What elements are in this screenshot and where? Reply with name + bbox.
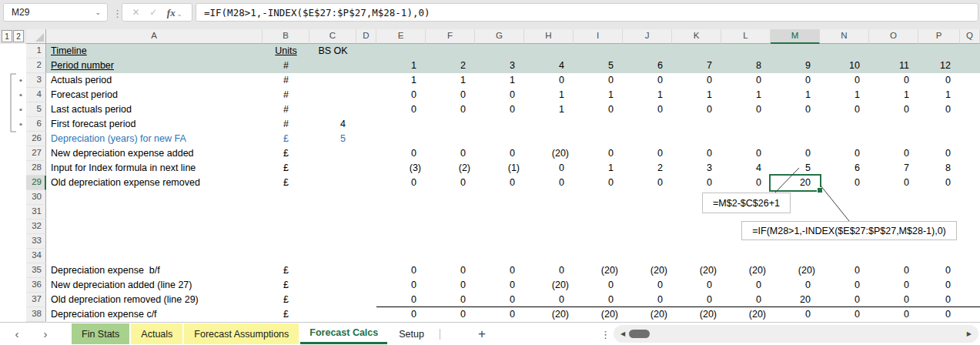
cell-B37[interactable]: £ bbox=[263, 293, 309, 307]
row-header-29[interactable]: 29 bbox=[26, 176, 46, 190]
cell-K35[interactable]: (20) bbox=[672, 263, 721, 278]
cell-M3[interactable]: 0 bbox=[771, 73, 820, 88]
cell-N30[interactable] bbox=[820, 190, 869, 205]
cell-O2[interactable]: 11 bbox=[869, 59, 918, 73]
cell-D3[interactable] bbox=[356, 73, 376, 88]
cell-O31[interactable] bbox=[869, 205, 918, 219]
cell-B33[interactable] bbox=[263, 234, 309, 249]
select-all-button[interactable] bbox=[26, 29, 46, 44]
cell-O35[interactable]: 0 bbox=[869, 263, 918, 278]
cell-G32[interactable] bbox=[475, 219, 524, 234]
cell-C4[interactable] bbox=[309, 88, 356, 102]
cell-F38[interactable]: 0 bbox=[426, 307, 475, 322]
cell-B26[interactable]: £ bbox=[263, 132, 309, 146]
formula-callout-1[interactable]: =M$2-$C$26+1 bbox=[702, 193, 791, 213]
cell-D4[interactable] bbox=[356, 88, 376, 102]
scroll-right-icon[interactable]: ▶ bbox=[967, 330, 972, 337]
cell-H35[interactable]: 0 bbox=[524, 263, 574, 278]
sheet-tab-actuals[interactable]: Actuals bbox=[131, 323, 182, 344]
cell-F36[interactable]: 0 bbox=[426, 278, 475, 293]
cell-I31[interactable] bbox=[574, 205, 623, 219]
cell-J1[interactable] bbox=[623, 44, 672, 59]
cell-M5[interactable]: 0 bbox=[771, 102, 820, 117]
cell-C27[interactable] bbox=[309, 146, 356, 161]
cell-A5[interactable]: Last actuals period bbox=[46, 102, 263, 117]
cell-N3[interactable]: 0 bbox=[820, 73, 869, 88]
cell-E6[interactable] bbox=[376, 117, 426, 132]
cell-Q35[interactable] bbox=[960, 263, 980, 278]
cell-J3[interactable]: 0 bbox=[623, 73, 672, 88]
formula-callout-2[interactable]: =IF(M28>1,-INDEX($E$27:$P$27,M$28-1),0) bbox=[741, 221, 957, 240]
cell-H27[interactable]: (20) bbox=[524, 146, 574, 161]
row-header-1[interactable]: 1 bbox=[26, 44, 46, 59]
cell-A2[interactable]: Period number bbox=[46, 59, 263, 73]
cell-F5[interactable]: 0 bbox=[426, 102, 475, 117]
cell-A29[interactable]: Old depreciation expense removed bbox=[46, 176, 263, 190]
column-header-J[interactable]: J bbox=[623, 29, 672, 44]
cell-K4[interactable]: 1 bbox=[672, 88, 721, 102]
cell-I28[interactable]: 1 bbox=[574, 161, 623, 176]
cell-G29[interactable]: 0 bbox=[475, 176, 524, 190]
sheet-tab-setup[interactable]: Setup bbox=[389, 323, 434, 344]
cell-Q4[interactable] bbox=[960, 88, 980, 102]
outline-level-2-button[interactable]: 2 bbox=[13, 30, 24, 42]
row-header-36[interactable]: 36 bbox=[26, 278, 46, 293]
cell-F34[interactable] bbox=[426, 249, 475, 263]
cell-B35[interactable]: £ bbox=[263, 263, 309, 278]
outline-level-1-button[interactable]: 1 bbox=[2, 30, 12, 42]
cell-O4[interactable]: 1 bbox=[869, 88, 918, 102]
cell-K37[interactable]: 0 bbox=[672, 293, 721, 307]
cell-O28[interactable]: 7 bbox=[869, 161, 918, 176]
cell-K33[interactable] bbox=[672, 234, 721, 249]
cell-J34[interactable] bbox=[623, 249, 672, 263]
cell-J29[interactable]: 0 bbox=[623, 176, 672, 190]
cell-G30[interactable] bbox=[475, 190, 524, 205]
cell-J28[interactable]: 2 bbox=[623, 161, 672, 176]
cell-K28[interactable]: 3 bbox=[672, 161, 721, 176]
cell-E26[interactable] bbox=[376, 132, 426, 146]
cell-M34[interactable] bbox=[771, 249, 820, 263]
cell-G37[interactable]: 0 bbox=[475, 293, 524, 307]
cell-I26[interactable] bbox=[574, 132, 623, 146]
cell-N4[interactable]: 1 bbox=[820, 88, 869, 102]
cell-L35[interactable]: (20) bbox=[721, 263, 771, 278]
cell-F30[interactable] bbox=[426, 190, 475, 205]
cell-J6[interactable] bbox=[623, 117, 672, 132]
column-header-B[interactable]: B bbox=[263, 29, 309, 44]
cell-Q28[interactable] bbox=[960, 161, 980, 176]
cell-D36[interactable] bbox=[356, 278, 376, 293]
cell-M4[interactable]: 1 bbox=[771, 88, 820, 102]
cell-B38[interactable]: £ bbox=[263, 307, 309, 322]
cell-I2[interactable]: 5 bbox=[574, 59, 623, 73]
cell-G6[interactable] bbox=[475, 117, 524, 132]
cell-D1[interactable] bbox=[356, 44, 376, 59]
row-header-2[interactable]: 2 bbox=[26, 59, 46, 73]
cell-O1[interactable] bbox=[869, 44, 918, 59]
cell-B29[interactable]: £ bbox=[263, 176, 309, 190]
cell-Q3[interactable] bbox=[960, 73, 980, 88]
cell-J26[interactable] bbox=[623, 132, 672, 146]
row-header-3[interactable]: 3 bbox=[26, 73, 46, 88]
cell-L34[interactable] bbox=[721, 249, 771, 263]
cell-N28[interactable]: 6 bbox=[820, 161, 869, 176]
cell-P2[interactable]: 12 bbox=[918, 59, 960, 73]
cell-O5[interactable]: 0 bbox=[869, 102, 918, 117]
column-header-A[interactable]: A bbox=[46, 29, 263, 44]
cell-O3[interactable]: 0 bbox=[869, 73, 918, 88]
cell-H1[interactable] bbox=[524, 44, 574, 59]
cell-P1[interactable] bbox=[918, 44, 960, 59]
cell-B5[interactable]: # bbox=[263, 102, 309, 117]
cell-C35[interactable] bbox=[309, 263, 356, 278]
cell-H38[interactable]: (20) bbox=[524, 307, 574, 322]
cell-C29[interactable] bbox=[309, 176, 356, 190]
sheet-tab-forecast-calcs[interactable]: Forecast Calcs bbox=[300, 323, 387, 344]
cell-P29[interactable]: 0 bbox=[918, 176, 960, 190]
cell-H36[interactable]: (20) bbox=[524, 278, 574, 293]
cell-A28[interactable]: Input for Index formula in next line bbox=[46, 161, 263, 176]
cell-C5[interactable] bbox=[309, 102, 356, 117]
cell-B1[interactable]: Units bbox=[263, 44, 309, 59]
cell-Q31[interactable] bbox=[960, 205, 980, 219]
column-header-G[interactable]: G bbox=[475, 29, 524, 44]
cell-K6[interactable] bbox=[672, 117, 721, 132]
cell-H37[interactable]: 0 bbox=[524, 293, 574, 307]
